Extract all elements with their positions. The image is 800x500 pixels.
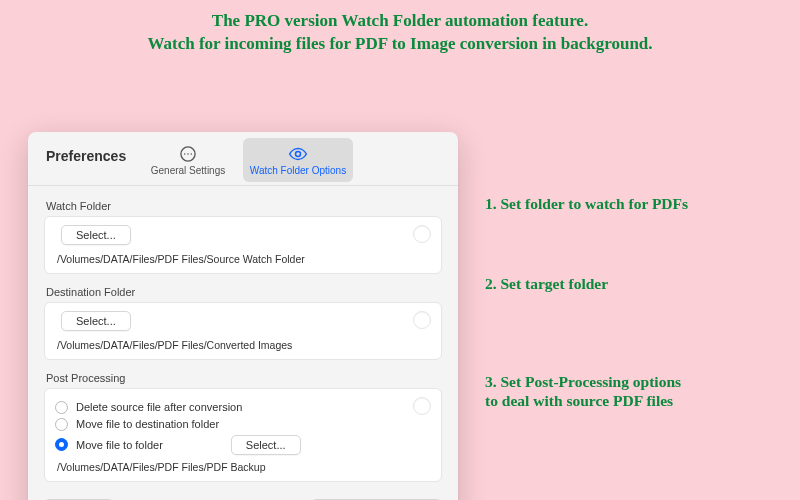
window-title: Preferences — [46, 148, 126, 164]
ellipsis-circle-icon — [178, 144, 198, 164]
radio-label: Move file to folder — [76, 439, 163, 451]
radio-icon — [55, 418, 68, 431]
promo-line-1: The PRO version Watch Folder automation … — [0, 10, 800, 33]
eye-icon — [287, 144, 309, 164]
tab-label: Watch Folder Options — [250, 165, 346, 176]
post-processing-select-button[interactable]: Select... — [231, 435, 301, 455]
destination-folder-box: Select... /Volumes/DATA/Files/PDF Files/… — [44, 302, 442, 360]
preferences-window: Preferences General Settings — [28, 132, 458, 500]
watch-folder-path: /Volumes/DATA/Files/PDF Files/Source Wat… — [57, 253, 431, 265]
promo-line-2: Watch for incoming files for PDF to Imag… — [0, 33, 800, 56]
radio-move-to-folder[interactable]: Move file to folder Select... — [55, 435, 431, 455]
destination-folder-path: /Volumes/DATA/Files/PDF Files/Converted … — [57, 339, 431, 351]
window-body: Watch Folder Select... /Volumes/DATA/Fil… — [28, 186, 458, 493]
tab-watch-folder-options[interactable]: Watch Folder Options — [243, 138, 353, 182]
annotation-step-3: 3. Set Post-Processing options to deal w… — [485, 372, 775, 411]
radio-icon — [55, 401, 68, 414]
tab-label: General Settings — [151, 165, 226, 176]
post-processing-path: /Volumes/DATA/Files/PDF Files/PDF Backup — [57, 461, 431, 473]
annotation-step-1: 1. Set folder to watch for PDFs — [485, 194, 775, 213]
post-processing-status-indicator — [413, 397, 431, 415]
promo-header: The PRO version Watch Folder automation … — [0, 0, 800, 62]
svg-point-4 — [296, 151, 301, 156]
radio-label: Delete source file after conversion — [76, 401, 242, 413]
post-processing-label: Post Processing — [46, 372, 442, 384]
svg-point-2 — [187, 153, 189, 155]
radio-move-to-destination[interactable]: Move file to destination folder — [55, 418, 431, 431]
tab-bar: General Settings Watch Folder Options — [133, 138, 353, 182]
svg-point-1 — [184, 153, 186, 155]
destination-folder-status-indicator — [413, 311, 431, 329]
destination-folder-select-button[interactable]: Select... — [61, 311, 131, 331]
annotation-step-2: 2. Set target folder — [485, 274, 775, 293]
watch-folder-box: Select... /Volumes/DATA/Files/PDF Files/… — [44, 216, 442, 274]
destination-folder-label: Destination Folder — [46, 286, 442, 298]
radio-delete-source[interactable]: Delete source file after conversion — [55, 401, 431, 414]
watch-folder-select-button[interactable]: Select... — [61, 225, 131, 245]
tab-general-settings[interactable]: General Settings — [133, 138, 243, 182]
radio-icon — [55, 438, 68, 451]
window-footer: Done Start Watching... — [28, 493, 458, 500]
radio-label: Move file to destination folder — [76, 418, 219, 430]
post-processing-box: Delete source file after conversion Move… — [44, 388, 442, 482]
svg-point-3 — [191, 153, 193, 155]
window-header: Preferences General Settings — [28, 132, 458, 186]
watch-folder-label: Watch Folder — [46, 200, 442, 212]
watch-folder-status-indicator — [413, 225, 431, 243]
